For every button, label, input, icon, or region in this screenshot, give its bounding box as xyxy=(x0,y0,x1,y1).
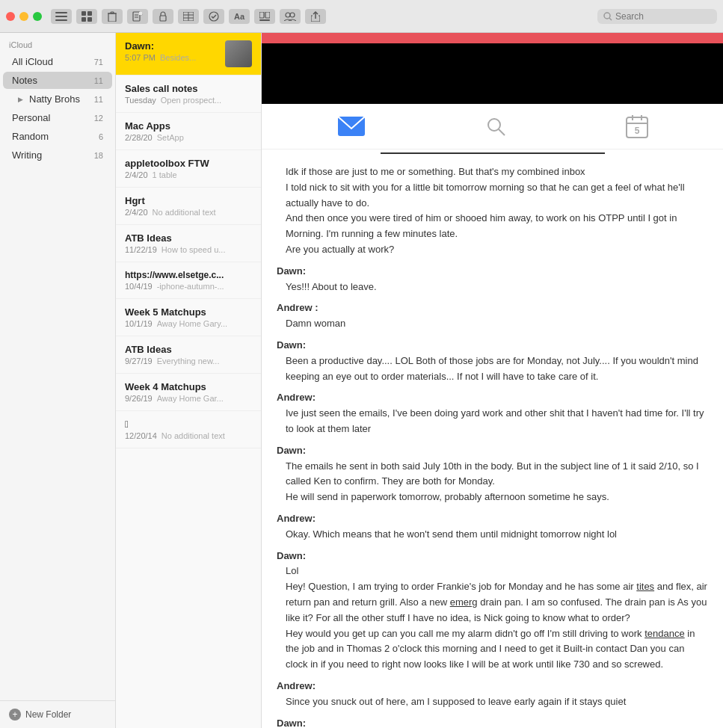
sidebar-item-writing[interactable]: Writing 18 xyxy=(3,146,112,164)
message-damn-woman: Damn woman xyxy=(286,316,708,332)
svg-rect-7 xyxy=(108,13,116,22)
titlebar: Aa xyxy=(0,0,723,33)
note-title-atb-ideas: ATB Ideas xyxy=(125,232,252,244)
svg-rect-2 xyxy=(55,19,67,21)
sidebar-item-all-icloud[interactable]: All iCloud 71 xyxy=(3,53,112,70)
note-preview-appletoolbox: 1 table xyxy=(153,170,177,179)
sidebar-item-natty-brohs[interactable]: ▶ Natty Brohs 11 xyxy=(3,90,112,108)
note-item-dawn[interactable]: Dawn: 5:07 PM Besides... xyxy=(116,33,261,75)
content-body: Idk if those are just to me or something… xyxy=(262,155,723,728)
note-title-mac-apps: Mac Apps xyxy=(125,120,252,132)
sidebar-section-label: iCloud xyxy=(0,33,115,52)
content-divider xyxy=(381,152,605,154)
checkmark-button[interactable] xyxy=(203,9,224,24)
underlined-tites: tites xyxy=(636,581,654,592)
message-frankies-job: Hey! Question, I am trying to order Fran… xyxy=(286,579,708,626)
sidebar-item-notes[interactable]: Notes 11 xyxy=(3,72,112,89)
svg-rect-6 xyxy=(87,17,92,22)
underlined-tendance: tendance xyxy=(644,628,685,639)
sidebar-badge-natty-brohs: 11 xyxy=(94,95,103,104)
note-date-hgrt: 2/4/20 xyxy=(125,208,148,217)
note-date-week4: 9/26/19 xyxy=(125,394,153,403)
message-nick-sit: I told nick to sit with you for a little… xyxy=(286,180,708,212)
note-item-sales-call[interactable]: Sales call notes Tuesday Open prospect..… xyxy=(116,75,261,113)
note-item-week4[interactable]: Week 4 Matchups 9/26/19 Away Home Gar... xyxy=(116,374,261,411)
note-title-atb-ideas-2: ATB Ideas xyxy=(125,344,252,355)
note-preview-sales-call: Open prospect... xyxy=(161,96,221,105)
note-preview-dawn: Besides... xyxy=(160,53,196,62)
svg-rect-12 xyxy=(139,12,142,15)
sidebar-badge-random: 6 xyxy=(99,132,103,141)
content-area: 5 Idk if those are just to me or somethi… xyxy=(262,33,723,728)
sidebar-item-label-all-icloud: All iCloud xyxy=(12,56,53,67)
note-preview-week4: Away Home Gar... xyxy=(157,394,224,403)
search-input[interactable] xyxy=(615,11,713,22)
note-preview-atb-ideas-2: Everything new... xyxy=(157,357,220,365)
message-about-to-leave: Yes!!! About to leave. xyxy=(286,280,708,295)
note-date-elsetge: 10/4/19 xyxy=(125,282,153,291)
message-lol: Lol xyxy=(286,564,708,579)
font-button[interactable]: Aa xyxy=(229,9,250,24)
svg-point-24 xyxy=(286,13,290,17)
minimize-button[interactable] xyxy=(19,12,28,21)
svg-point-26 xyxy=(604,13,610,19)
note-title-week5: Week 5 Matchups xyxy=(125,306,252,318)
note-item-appletoolbox[interactable]: appletoolbox FTW 2/4/20 1 table xyxy=(116,150,261,188)
note-title-appletoolbox: appletoolbox FTW xyxy=(125,158,252,169)
svg-rect-1 xyxy=(55,16,67,17)
note-preview-mac-apps: SetApp xyxy=(157,133,184,142)
message-shooed: And then once you were tired of him or s… xyxy=(286,211,708,242)
svg-rect-4 xyxy=(87,11,92,16)
sidebar-item-personal[interactable]: Personal 12 xyxy=(3,109,112,126)
grid-view-button[interactable] xyxy=(76,9,97,24)
mail-icon-button[interactable] xyxy=(336,115,366,138)
message-sender-andrew-2: Andrew: xyxy=(277,390,708,406)
note-title-dawn: Dawn: xyxy=(125,40,221,52)
note-date-atb-ideas-2: 9/27/19 xyxy=(125,357,153,365)
note-item-mac-apps[interactable]: Mac Apps 2/28/20 SetApp xyxy=(116,113,261,150)
sidebar-toggle-button[interactable] xyxy=(51,9,72,24)
note-date-atb-ideas: 11/22/19 xyxy=(125,245,157,254)
message-july-10: The emails he sent in both said July 10t… xyxy=(286,459,708,490)
message-yard-work: Ive just seen the emails, I've been doin… xyxy=(286,406,708,437)
note-item-apple[interactable]:  12/20/14 No additional text xyxy=(116,411,261,448)
note-item-atb-ideas[interactable]: ATB Ideas 11/22/19 How to speed u... xyxy=(116,225,261,262)
note-preview-atb-ideas: How to speed u... xyxy=(161,245,226,254)
note-preview-elsetge: -iphone-autumn-... xyxy=(157,282,224,291)
svg-rect-22 xyxy=(265,12,270,18)
maximize-button[interactable] xyxy=(33,12,42,21)
note-item-hgrt[interactable]: Hgrt 2/4/20 No additional text xyxy=(116,188,261,225)
svg-line-27 xyxy=(609,18,612,20)
message-productive-day: Been a productive day.... LOL Both of th… xyxy=(286,354,708,385)
sidebar-item-label-personal: Personal xyxy=(12,112,50,123)
collab-button[interactable] xyxy=(280,9,301,24)
share-button[interactable] xyxy=(305,9,326,24)
message-sender-dawn-5: Dawn: xyxy=(277,716,708,729)
message-sender-dawn-1: Dawn: xyxy=(277,264,708,280)
note-item-week5[interactable]: Week 5 Matchups 10/1/19 Away Home Gary..… xyxy=(116,299,261,336)
message-alarm: Hey would you get up can you call me my … xyxy=(286,626,708,673)
sidebar-badge-personal: 12 xyxy=(94,114,103,123)
close-button[interactable] xyxy=(6,12,15,21)
gallery-button[interactable] xyxy=(254,9,275,24)
lock-button[interactable] xyxy=(153,9,173,24)
search-icon-button[interactable] xyxy=(485,116,506,137)
svg-rect-0 xyxy=(55,12,67,13)
sidebar-item-label-notes: Notes xyxy=(12,75,37,86)
note-item-atb-ideas-2[interactable]: ATB Ideas 9/27/19 Everything new... xyxy=(116,336,261,374)
search-bar[interactable] xyxy=(597,9,717,24)
svg-point-29 xyxy=(488,119,500,131)
message-sender-andrew-4: Andrew: xyxy=(277,679,708,694)
new-folder-button[interactable]: + New Folder xyxy=(0,700,115,728)
note-title-elsetge: https://www.elsetge.c... xyxy=(125,270,252,280)
note-date-week5: 10/1/19 xyxy=(125,319,153,328)
sidebar-item-random[interactable]: Random 6 xyxy=(3,128,112,145)
note-item-elsetge[interactable]: https://www.elsetge.c... 10/4/19 -iphone… xyxy=(116,262,261,299)
trash-button[interactable] xyxy=(102,9,123,24)
note-date-sales-call: Tuesday xyxy=(125,96,156,105)
table-button[interactable] xyxy=(178,9,199,24)
calendar-icon-button[interactable]: 5 xyxy=(626,114,648,138)
new-note-button[interactable] xyxy=(127,9,148,24)
message-at-work: Are you actually at work? xyxy=(286,242,708,258)
svg-line-30 xyxy=(499,129,505,135)
